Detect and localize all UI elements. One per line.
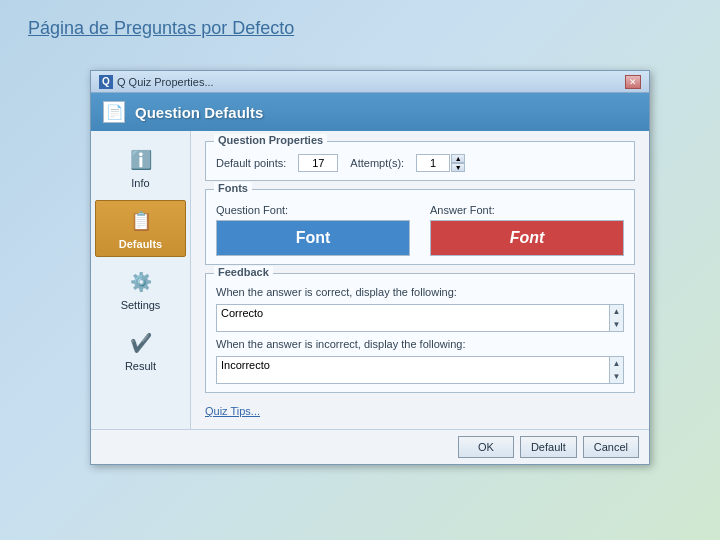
- dialog-body: ℹ️ Info 📋 Defaults ⚙️ Settings ✔️ Result…: [91, 131, 649, 429]
- cancel-button[interactable]: Cancel: [583, 436, 639, 458]
- correct-scroll-down[interactable]: ▼: [610, 318, 623, 331]
- incorrect-label: When the answer is incorrect, display th…: [216, 338, 624, 350]
- fonts-legend: Fonts: [214, 182, 252, 194]
- dialog-header-title: Question Defaults: [135, 104, 263, 121]
- fonts-row: Question Font: Font Answer Font: Font: [216, 204, 624, 256]
- feedback-legend: Feedback: [214, 266, 273, 278]
- titlebar-icon: Q: [99, 75, 113, 89]
- default-button[interactable]: Default: [520, 436, 577, 458]
- result-icon: ✔️: [127, 329, 155, 357]
- correct-label: When the answer is correct, display the …: [216, 286, 624, 298]
- quiz-tips-link[interactable]: Quiz Tips...: [205, 405, 260, 417]
- feedback-section: Feedback When the answer is correct, dis…: [205, 273, 635, 393]
- quiz-properties-dialog: Q Q Quiz Properties... ✕ 📄 Question Defa…: [90, 70, 650, 465]
- sidebar-item-settings-label: Settings: [121, 299, 161, 311]
- dialog-footer: OK Default Cancel: [91, 429, 649, 464]
- question-properties-legend: Question Properties: [214, 134, 327, 146]
- correct-scroll-up[interactable]: ▲: [610, 305, 623, 318]
- attempts-input[interactable]: [416, 154, 450, 172]
- answer-font-col: Answer Font: Font: [430, 204, 624, 256]
- incorrect-scroll-down[interactable]: ▼: [610, 370, 623, 383]
- spinner-buttons: ▲ ▼: [451, 154, 465, 172]
- titlebar-text: Q Quiz Properties...: [117, 76, 214, 88]
- correct-textarea[interactable]: Correcto: [216, 304, 610, 332]
- dialog-header: 📄 Question Defaults: [91, 93, 649, 131]
- dialog-titlebar: Q Q Quiz Properties... ✕: [91, 71, 649, 93]
- incorrect-textarea[interactable]: Incorrecto: [216, 356, 610, 384]
- sidebar-item-settings[interactable]: ⚙️ Settings: [95, 261, 186, 318]
- correct-textarea-wrap: Correcto ▲ ▼: [216, 304, 624, 332]
- sidebar-item-result-label: Result: [125, 360, 156, 372]
- sidebar-item-result[interactable]: ✔️ Result: [95, 322, 186, 379]
- incorrect-textarea-wrap: Incorrecto ▲ ▼: [216, 356, 624, 384]
- question-font-button[interactable]: Font: [216, 220, 410, 256]
- fonts-section: Fonts Question Font: Font Answer Font: F…: [205, 189, 635, 265]
- question-font-label: Question Font:: [216, 204, 410, 216]
- header-icon: 📄: [103, 101, 125, 123]
- main-content: Question Properties Default points: Atte…: [191, 131, 649, 429]
- attempts-spinner: ▲ ▼: [416, 154, 465, 172]
- incorrect-scroll-up[interactable]: ▲: [610, 357, 623, 370]
- sidebar-item-defaults-label: Defaults: [119, 238, 162, 250]
- sidebar-item-defaults[interactable]: 📋 Defaults: [95, 200, 186, 257]
- spinner-down-button[interactable]: ▼: [451, 163, 465, 172]
- incorrect-scrollbar: ▲ ▼: [610, 356, 624, 384]
- attempts-label: Attempt(s):: [350, 157, 404, 169]
- sidebar-item-info-label: Info: [131, 177, 149, 189]
- bottom-area: Quiz Tips...: [205, 401, 635, 419]
- question-font-col: Question Font: Font: [216, 204, 410, 256]
- answer-font-label: Answer Font:: [430, 204, 624, 216]
- feedback-row: When the answer is correct, display the …: [216, 286, 624, 384]
- question-properties-section: Question Properties Default points: Atte…: [205, 141, 635, 181]
- default-points-input[interactable]: [298, 154, 338, 172]
- question-properties-row: Default points: Attempt(s): ▲ ▼: [216, 154, 624, 172]
- page-title: Página de Preguntas por Defecto: [0, 0, 720, 51]
- sidebar-item-info[interactable]: ℹ️ Info: [95, 139, 186, 196]
- info-icon: ℹ️: [127, 146, 155, 174]
- titlebar-left: Q Q Quiz Properties...: [99, 75, 214, 89]
- dialog-sidebar: ℹ️ Info 📋 Defaults ⚙️ Settings ✔️ Result: [91, 131, 191, 429]
- ok-button[interactable]: OK: [458, 436, 514, 458]
- correct-scrollbar: ▲ ▼: [610, 304, 624, 332]
- settings-icon: ⚙️: [127, 268, 155, 296]
- dialog-close-button[interactable]: ✕: [625, 75, 641, 89]
- defaults-icon: 📋: [127, 207, 155, 235]
- answer-font-button[interactable]: Font: [430, 220, 624, 256]
- spinner-up-button[interactable]: ▲: [451, 154, 465, 163]
- default-points-label: Default points:: [216, 157, 286, 169]
